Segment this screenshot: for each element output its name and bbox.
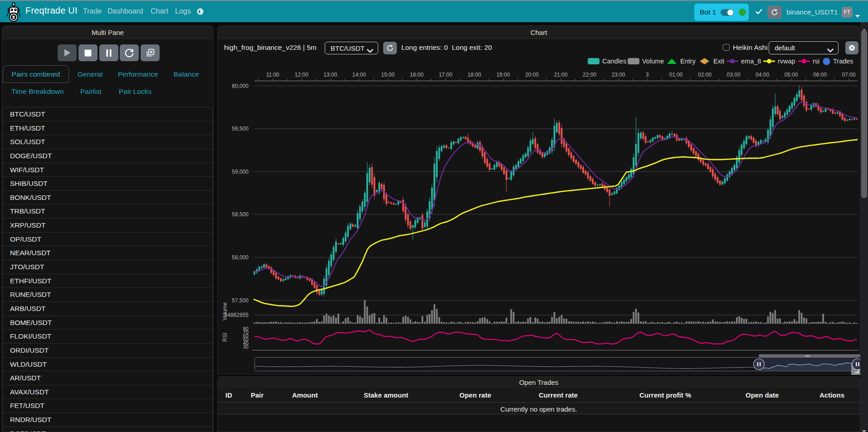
svg-text:22:00: 22:00 (583, 72, 596, 78)
svg-text:19:00: 19:00 (496, 72, 510, 78)
svg-text:58,500: 58,500 (232, 211, 249, 218)
svg-text:04:00: 04:00 (756, 72, 769, 78)
svg-text:13:00: 13:00 (323, 72, 337, 78)
svg-text:Volume: Volume (222, 302, 228, 320)
svg-text:06:00: 06:00 (813, 72, 827, 78)
svg-text:17:00: 17:00 (439, 72, 452, 78)
svg-text:03:00: 03:00 (727, 72, 741, 78)
svg-text:20:00: 20:00 (525, 72, 539, 78)
svg-text:57,500: 57,500 (232, 297, 249, 304)
svg-text:60,000: 60,000 (232, 83, 249, 89)
svg-text:3: 3 (646, 72, 649, 78)
svg-text:RSI: RSI (222, 333, 228, 342)
svg-text:11:00: 11:00 (266, 72, 279, 78)
svg-text:18:00: 18:00 (468, 72, 481, 78)
svg-text:14:00: 14:00 (352, 72, 366, 78)
svg-text:21:00: 21:00 (554, 72, 567, 78)
svg-text:58,000: 58,000 (232, 254, 249, 261)
svg-text:01:00: 01:00 (669, 72, 683, 78)
svg-text:15:00: 15:00 (381, 72, 395, 78)
svg-text:05:00: 05:00 (785, 72, 798, 78)
svg-text:23:00: 23:00 (611, 72, 625, 78)
svg-text:12:00: 12:00 (295, 72, 308, 78)
svg-text:02:00: 02:00 (698, 72, 712, 78)
svg-text:16:00: 16:00 (410, 72, 424, 78)
svg-text:59,000: 59,000 (232, 169, 249, 175)
svg-text:59,500: 59,500 (232, 126, 249, 132)
svg-text:07:00: 07:00 (842, 72, 856, 78)
svg-text:30: 30 (243, 344, 249, 349)
